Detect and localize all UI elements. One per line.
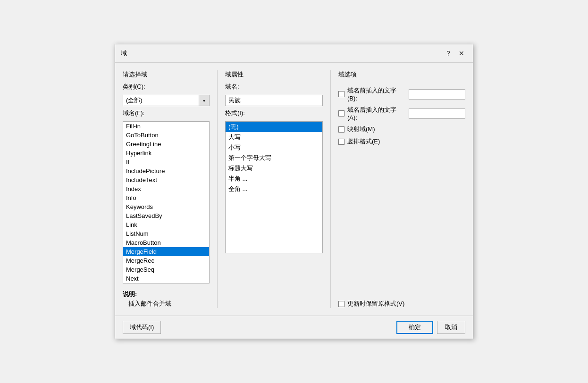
- field-list-item[interactable]: If: [123, 158, 209, 167]
- format-list-item[interactable]: 全角 ...: [226, 184, 322, 194]
- button-group: 确定 取消: [396, 321, 465, 334]
- format-list-item[interactable]: 小写: [226, 142, 322, 153]
- domain-name-label: 域名:: [225, 83, 323, 91]
- preserve-format-label: 更新时保留原格式(V): [347, 300, 404, 308]
- field-list-item[interactable]: Index: [123, 184, 209, 193]
- dialog-container: 域 ? ✕ 请选择域 类别(C): (全部) ▾ 域名(F): Fill-inG…: [115, 44, 473, 339]
- checkbox-opt2[interactable]: [338, 110, 344, 117]
- checkbox-opt4[interactable]: [338, 139, 344, 145]
- format-list-item[interactable]: (无): [226, 122, 322, 132]
- options-container: 域名前插入的文字(B):域名后插入的文字(A):映射域(M)竖排格式(E): [338, 86, 465, 150]
- right-panel: 域选项 域名前插入的文字(B):域名后插入的文字(A):映射域(M)竖排格式(E…: [330, 70, 465, 308]
- titlebar-controls: ? ✕: [443, 48, 467, 58]
- category-value: (全部): [123, 95, 199, 106]
- preserve-format-row: 更新时保留原格式(V): [338, 296, 465, 308]
- format-list[interactable]: (无)大写小写第一个字母大写标题大写半角 ...全角 ...: [225, 121, 323, 253]
- field-list-item[interactable]: Fill-in: [123, 122, 209, 131]
- spacer: [338, 154, 465, 291]
- field-list-item[interactable]: MergeRec: [123, 256, 209, 265]
- close-button[interactable]: ✕: [456, 48, 467, 58]
- field-list[interactable]: Fill-inGoToButtonGreetingLineHyperlinkIf…: [123, 121, 210, 283]
- field-list-item[interactable]: Hyperlink: [123, 149, 209, 158]
- label-opt4: 竖排格式(E): [347, 137, 380, 146]
- option-row-opt2: 域名后插入的文字(A):: [338, 106, 465, 121]
- help-button[interactable]: ?: [443, 48, 454, 58]
- description-label: 说明:: [123, 291, 137, 298]
- format-list-item[interactable]: 第一个字母大写: [226, 153, 322, 163]
- description-section: 说明: 插入邮件合并域: [123, 290, 210, 308]
- preserve-format-checkbox[interactable]: [338, 301, 344, 307]
- label-opt2: 域名后插入的文字(A):: [347, 106, 406, 121]
- field-list-item[interactable]: ListNum: [123, 229, 209, 238]
- middle-panel: 域属性 域名: 格式(I): (无)大写小写第一个字母大写标题大写半角 ...全…: [217, 70, 330, 308]
- format-list-item[interactable]: 大写: [226, 132, 322, 142]
- format-list-item[interactable]: 标题大写: [226, 163, 322, 174]
- input-opt2[interactable]: [409, 108, 465, 119]
- field-list-item[interactable]: Link: [123, 220, 209, 229]
- field-list-item[interactable]: LastSavedBy: [123, 211, 209, 220]
- ok-button[interactable]: 确定: [396, 321, 433, 334]
- middle-section-title: 域属性: [225, 70, 323, 79]
- dialog-titlebar: 域 ? ✕: [115, 44, 473, 63]
- field-list-item[interactable]: MergeSeq: [123, 265, 209, 274]
- format-list-item[interactable]: 半角 ...: [226, 174, 322, 184]
- description-text: 插入邮件合并域: [123, 300, 210, 308]
- field-list-item[interactable]: Next: [123, 274, 209, 283]
- category-dropdown-arrow[interactable]: ▾: [199, 95, 209, 106]
- checkbox-opt1[interactable]: [338, 91, 344, 97]
- option-row-opt4: 竖排格式(E): [338, 137, 465, 146]
- dialog-bottom: 域代码(I) 确定 取消: [115, 316, 473, 339]
- checkbox-opt3[interactable]: [338, 126, 344, 133]
- label-opt1: 域名前插入的文字(B):: [347, 86, 406, 102]
- left-section-title: 请选择域: [123, 70, 210, 79]
- format-label: 格式(I):: [225, 109, 323, 117]
- field-list-item[interactable]: MacroButton: [123, 238, 209, 247]
- dialog-content: 请选择域 类别(C): (全部) ▾ 域名(F): Fill-inGoToBut…: [115, 63, 473, 316]
- option-row-opt1: 域名前插入的文字(B):: [338, 86, 465, 102]
- field-list-item[interactable]: GoToButton: [123, 131, 209, 140]
- category-label: 类别(C):: [123, 83, 210, 91]
- cancel-button[interactable]: 取消: [437, 321, 465, 334]
- fieldname-label: 域名(F):: [123, 109, 210, 117]
- field-list-item[interactable]: GreetingLine: [123, 140, 209, 149]
- field-code-button[interactable]: 域代码(I): [123, 321, 161, 334]
- input-opt1[interactable]: [409, 89, 465, 100]
- field-list-item[interactable]: IncludeText: [123, 175, 209, 184]
- label-opt3: 映射域(M): [347, 125, 375, 133]
- left-panel: 请选择域 类别(C): (全部) ▾ 域名(F): Fill-inGoToBut…: [123, 70, 217, 308]
- domain-name-input[interactable]: [225, 95, 323, 106]
- category-dropdown[interactable]: (全部) ▾: [123, 95, 210, 106]
- field-list-item[interactable]: IncludePicture: [123, 167, 209, 175]
- field-list-item[interactable]: Keywords: [123, 202, 209, 211]
- option-row-opt3: 映射域(M): [338, 125, 465, 133]
- right-section-title: 域选项: [338, 70, 465, 79]
- field-list-item[interactable]: Info: [123, 193, 209, 202]
- dialog-title: 域: [121, 49, 127, 58]
- field-list-item[interactable]: MergeField: [123, 247, 209, 256]
